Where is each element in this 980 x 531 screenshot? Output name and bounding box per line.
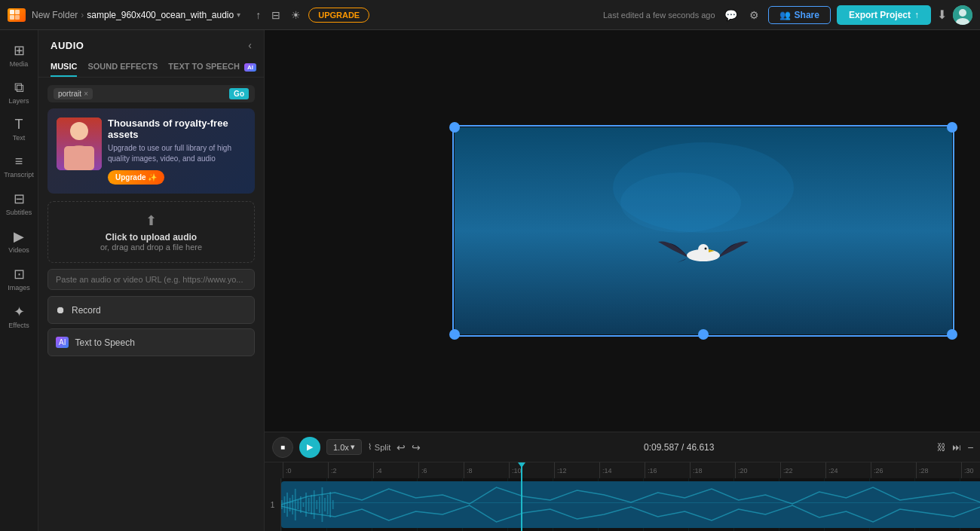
sidebar-item-subtitles[interactable]: ⊟ Subtitles [0, 186, 38, 221]
folder-name[interactable]: New Folder [32, 10, 78, 20]
file-dropdown-icon[interactable]: ▾ [237, 11, 240, 19]
upgrade-card-button[interactable]: Upgrade ✨ [108, 170, 164, 185]
sidebar-item-media[interactable]: ⊞ Media [0, 38, 38, 72]
stop-button[interactable]: ■ [272, 437, 293, 458]
svg-rect-1 [15, 10, 20, 14]
upload-icon: ⬆ [59, 212, 243, 229]
record-icon: ⏺ [56, 304, 66, 316]
tab-music[interactable]: MUSIC [51, 57, 77, 77]
svg-rect-19 [284, 496, 286, 513]
svg-rect-21 [289, 498, 291, 511]
waveform-clip[interactable] [281, 481, 980, 528]
save-status: Last edited a few seconds ago [603, 11, 715, 20]
sidebar-item-videos[interactable]: ▶ Videos [0, 224, 38, 258]
time-display: 0:09.587 / 46.613 [427, 442, 931, 453]
svg-rect-31 [316, 500, 317, 509]
export-icon: ↑ [914, 10, 919, 20]
upgrade-button[interactable]: UPGRADE [308, 8, 369, 23]
sidebar-item-layers[interactable]: ⧉ Layers [0, 75, 38, 109]
audio-panel-header: AUDIO ‹ [38, 30, 264, 57]
tick-7: :14 [599, 462, 645, 479]
sidebar-item-images[interactable]: ⊡ Images [0, 261, 38, 296]
tick-9: :18 [690, 462, 735, 479]
play-icon: ▶ [307, 442, 313, 452]
brightness-icon[interactable]: ☀ [288, 6, 304, 24]
speed-button[interactable]: 1.0x ▾ [326, 439, 362, 455]
timeline-ruler: :0 :2 :4 :6 :8 :10 :12 :14 :16 :18 :20 :… [265, 462, 980, 478]
timeline-icon[interactable]: ⊟ [268, 6, 283, 24]
play-button[interactable]: ▶ [299, 437, 320, 458]
sidebar-item-text[interactable]: T Text [0, 112, 38, 146]
chat-icon[interactable]: 💬 [721, 6, 740, 24]
svg-rect-29 [311, 495, 312, 514]
file-name[interactable]: sample_960x400_ocean_with_audio [87, 10, 234, 20]
handle-top-left[interactable] [449, 122, 460, 133]
transcript-icon: ≡ [15, 154, 23, 169]
svg-point-5 [959, 9, 966, 17]
tick-13: :26 [871, 462, 916, 479]
share-upload-icon[interactable]: ↑ [253, 6, 264, 24]
settings-icon[interactable]: ⚙ [746, 6, 762, 24]
search-bar: portrait × Go [47, 85, 255, 102]
tick-15: :30 [961, 462, 980, 479]
tts-button[interactable]: AI Text to Speech [47, 328, 255, 356]
search-go-button[interactable]: Go [229, 88, 249, 99]
audio-tabs: MUSIC SOUND EFFECTS TEXT TO SPEECH AI [38, 57, 264, 78]
redo-button[interactable]: ↪ [412, 441, 421, 453]
zoom-out-button[interactable]: − [967, 441, 973, 453]
tab-sound-effects[interactable]: SOUND EFFECTS [87, 57, 158, 77]
playhead[interactable] [521, 462, 522, 478]
tab-text-to-speech[interactable]: TEXT TO SPEECH AI [168, 57, 256, 77]
svg-point-16 [705, 248, 707, 250]
user-avatar[interactable] [953, 5, 972, 25]
subtitles-icon: ⊟ [14, 191, 25, 207]
track-content[interactable] [281, 478, 980, 531]
search-input[interactable] [96, 90, 225, 99]
topbar-right: 💬 ⚙ 👥 Share Export Project ↑ ⬇ [721, 5, 972, 25]
svg-rect-32 [319, 496, 320, 513]
app-logo [8, 8, 26, 22]
breadcrumb: New Folder › sample_960x400_ocean_with_a… [32, 10, 240, 20]
timeline-playhead[interactable] [521, 478, 522, 531]
svg-rect-36 [329, 492, 331, 517]
svg-point-13 [620, 172, 741, 233]
skip-icon: ⏭ [952, 442, 961, 453]
upgrade-card-image [57, 117, 102, 170]
close-panel-button[interactable]: ‹ [248, 39, 252, 51]
audio-panel: AUDIO ‹ MUSIC SOUND EFFECTS TEXT TO SPEE… [38, 30, 265, 531]
sidebar-item-effects[interactable]: ✦ Effects [0, 299, 38, 334]
url-input-wrap [47, 269, 255, 290]
svg-rect-20 [286, 493, 288, 517]
tts-ai-icon: AI [56, 337, 69, 348]
svg-rect-30 [314, 490, 315, 519]
download-icon[interactable]: ⬇ [937, 8, 947, 22]
svg-rect-3 [15, 15, 20, 20]
url-input[interactable] [47, 269, 255, 290]
handle-bottom-center[interactable] [698, 329, 709, 340]
export-button[interactable]: Export Project ↑ [837, 5, 931, 25]
handle-top-right[interactable] [947, 122, 957, 133]
record-button[interactable]: ⏺ Record [47, 296, 255, 324]
search-tag-remove[interactable]: × [84, 90, 88, 98]
video-frame[interactable] [455, 127, 952, 334]
svg-rect-22 [292, 495, 293, 514]
svg-rect-0 [10, 10, 14, 14]
svg-point-8 [70, 122, 88, 140]
share-button[interactable]: 👥 Share [768, 6, 831, 24]
link-icon: ⛓ [937, 442, 946, 453]
undo-button[interactable]: ↩ [397, 441, 406, 453]
upgrade-card-text: Thousands of royalty-free assets Upgrade… [108, 117, 246, 185]
tick-1: :2 [328, 462, 373, 479]
svg-rect-33 [322, 487, 323, 522]
upload-area[interactable]: ⬆ Click to upload audio or, drag and dro… [47, 201, 255, 263]
sidebar-item-transcript[interactable]: ≡ Transcript [0, 149, 38, 183]
tick-14: :28 [916, 462, 961, 479]
split-button[interactable]: ⌇ Split [368, 442, 390, 452]
effects-icon: ✦ [14, 304, 25, 320]
svg-rect-23 [295, 489, 296, 520]
ruler-ticks: :0 :2 :4 :6 :8 :10 :12 :14 :16 :18 :20 :… [283, 462, 980, 479]
preview-area: ■ ▶ 1.0x ▾ ⌇ Split ↩ ↪ 0:09.587 / 46.613… [265, 30, 980, 531]
handle-bottom-right[interactable] [947, 329, 957, 340]
handle-bottom-left[interactable] [449, 329, 460, 340]
share-icon: 👥 [779, 10, 791, 20]
